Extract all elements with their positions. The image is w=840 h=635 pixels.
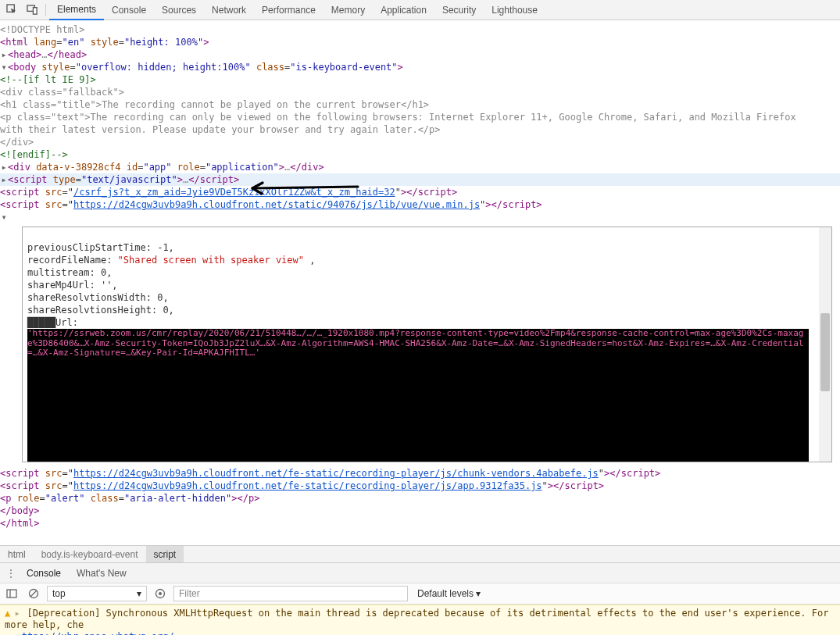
console-toolbar: top▾ Filter Default levels ▾ bbox=[0, 583, 840, 605]
redacted-url-block: 'https://ssrweb.zoom.us/cmr/replay/2020/… bbox=[27, 329, 809, 462]
code-line: shareMp4Url: '', bbox=[27, 280, 118, 291]
link-vue[interactable]: https://d24cgw3uvb9a9h.cloudfront.net/st… bbox=[73, 199, 480, 210]
dom-breadcrumb: html body.is-keyboard-event script bbox=[0, 545, 840, 562]
link-csrf[interactable]: /csrf_js?t_x_zm_aid=Jyie9VDeT5KzixXOlr1Z… bbox=[73, 187, 395, 198]
kebab-menu-icon[interactable]: ⋮ bbox=[3, 568, 19, 579]
tab-performance[interactable]: Performance bbox=[254, 0, 323, 20]
tab-elements[interactable]: Elements bbox=[49, 0, 104, 20]
console-warning-row[interactable]: ▲▸ [Deprecation] Synchronous XMLHttpRequ… bbox=[0, 605, 840, 635]
ie-comment-close: <![endif]--> bbox=[0, 149, 68, 160]
expand-icon[interactable]: ▸ bbox=[0, 161, 8, 173]
svg-rect-2 bbox=[33, 8, 37, 14]
svg-rect-3 bbox=[7, 590, 16, 598]
script-content-box[interactable]: previousClipStartTime: -1, recordFileNam… bbox=[22, 227, 832, 462]
chevron-down-icon: ▾ bbox=[137, 588, 141, 599]
expand-icon[interactable]: ▸ bbox=[0, 173, 8, 186]
svg-line-6 bbox=[30, 590, 37, 597]
log-levels-select[interactable]: Default levels ▾ bbox=[413, 586, 485, 601]
warning-link[interactable]: ttps://xhr.spec.whatwg.org/ bbox=[22, 631, 174, 635]
html-open[interactable]: <html bbox=[0, 37, 34, 48]
filter-placeholder: Filter bbox=[179, 588, 200, 599]
console-messages: ▲▸ [Deprecation] Synchronous XMLHttpRequ… bbox=[0, 605, 840, 635]
drawer-tab-console[interactable]: Console bbox=[19, 563, 69, 583]
scrollbar-thumb[interactable] bbox=[820, 313, 830, 391]
warning-text: [Deprecation] Synchronous XMLHttpRequest… bbox=[5, 608, 828, 630]
tab-sources[interactable]: Sources bbox=[154, 0, 204, 20]
warning-icon: ▲ bbox=[5, 608, 10, 619]
doctype: <!DOCTYPE html> bbox=[0, 24, 84, 35]
tab-lighthouse[interactable]: Lighthouse bbox=[484, 0, 545, 20]
svg-point-8 bbox=[159, 592, 162, 595]
dom-node-selected[interactable]: ▸<script type="text/javascript">…</scrip… bbox=[0, 173, 840, 186]
expand-icon[interactable]: ▸ bbox=[0, 48, 8, 61]
crumb-body[interactable]: body.is-keyboard-event bbox=[34, 546, 146, 562]
console-sidebar-toggle-icon[interactable] bbox=[3, 585, 20, 602]
link-chunk-vendors[interactable]: https://d24cgw3uvb9a9h.cloudfront.net/fe… bbox=[73, 468, 599, 479]
code-line: shareResolvtionsWidth: 0, bbox=[27, 292, 169, 303]
tab-console[interactable]: Console bbox=[104, 0, 154, 20]
tab-security[interactable]: Security bbox=[434, 0, 484, 20]
live-expression-icon[interactable] bbox=[152, 585, 169, 602]
code-line: shareResolvtionsHeight: 0, bbox=[27, 305, 174, 316]
dom-tree-continued[interactable]: <script src="https://d24cgw3uvb9a9h.clou… bbox=[0, 464, 840, 531]
link-app-js[interactable]: https://d24cgw3uvb9a9h.cloudfront.net/fe… bbox=[73, 480, 542, 491]
code-line: previousClipStartTime: -1, bbox=[27, 242, 174, 253]
collapse-icon[interactable]: ▾ bbox=[0, 61, 8, 73]
scrollbar-track[interactable] bbox=[819, 227, 831, 462]
devtools-toolbar: Elements Console Sources Network Perform… bbox=[0, 0, 840, 20]
ie-comment-open: <!--[if lt IE 9]> bbox=[0, 74, 96, 85]
code-line: multistream: 0, bbox=[27, 267, 112, 278]
crumb-script[interactable]: script bbox=[146, 546, 184, 562]
code-line: █████Url: bbox=[27, 317, 84, 328]
crumb-html[interactable]: html bbox=[0, 546, 34, 562]
code-line: recordFileName: bbox=[27, 255, 118, 266]
console-context-select[interactable]: top▾ bbox=[47, 586, 147, 601]
tab-network[interactable]: Network bbox=[204, 0, 254, 20]
tab-memory[interactable]: Memory bbox=[323, 0, 373, 20]
clear-console-icon[interactable] bbox=[25, 585, 42, 602]
device-toggle-icon[interactable] bbox=[22, 1, 42, 20]
inspect-icon[interactable] bbox=[2, 1, 22, 20]
drawer-header: ⋮ Console What's New bbox=[0, 562, 840, 583]
drawer-tab-whatsnew[interactable]: What's New bbox=[69, 563, 134, 583]
console-filter-input[interactable]: Filter bbox=[173, 586, 408, 601]
collapse-icon[interactable]: ▾ bbox=[0, 211, 8, 223]
tab-application[interactable]: Application bbox=[373, 0, 434, 20]
toolbar-separator bbox=[45, 4, 46, 16]
dom-tree[interactable]: <!DOCTYPE html> <html lang="en" style="h… bbox=[0, 20, 840, 225]
